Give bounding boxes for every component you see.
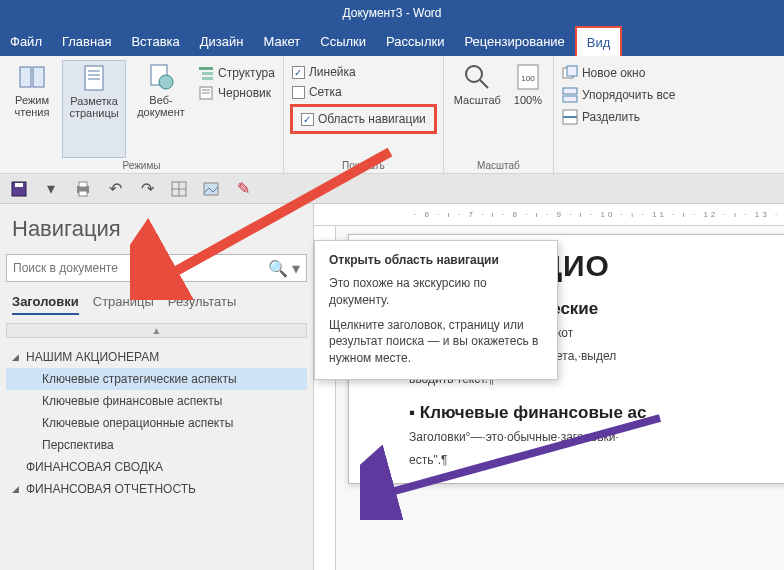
svg-rect-9 [202, 72, 213, 75]
tab-mailings[interactable]: Рассылки [376, 26, 454, 56]
ribbon-group-modes: Режим чтения Разметка страницы Веб-докум… [0, 56, 284, 173]
navpane-tooltip: Открыть область навигации Это похоже на … [314, 240, 558, 380]
print-layout-button[interactable]: Разметка страницы [62, 60, 126, 158]
outline-item-label: Ключевые стратегические аспекты [42, 372, 237, 386]
checkbox-empty-icon [292, 86, 305, 99]
tab-insert[interactable]: Вставка [121, 26, 189, 56]
zoom-button[interactable]: Масштаб [450, 60, 505, 158]
tooltip-p2: Щелкните заголовок, страницу или результ… [329, 317, 543, 367]
ruler-label: Линейка [309, 65, 356, 79]
svg-rect-2 [85, 66, 103, 90]
gridlines-checkbox[interactable]: Сетка [290, 84, 437, 100]
ribbon-group-zoom-label: Масштаб [450, 158, 547, 173]
draft-view-button[interactable]: Черновик [196, 84, 277, 102]
tab-references[interactable]: Ссылки [310, 26, 376, 56]
outline-item-label: Ключевые операционные аспекты [42, 416, 233, 430]
ribbon-group-modes-label: Режимы [6, 158, 277, 173]
tab-layout[interactable]: Макет [253, 26, 310, 56]
arrange-all-button[interactable]: Упорядочить все [560, 86, 778, 104]
web-layout-label: Веб-документ [134, 94, 188, 118]
split-button[interactable]: Разделить [560, 108, 778, 126]
table-icon[interactable] [170, 180, 188, 198]
outline-item[interactable]: Ключевые стратегические аспекты [6, 368, 307, 390]
tab-design[interactable]: Дизайн [190, 26, 254, 56]
tooltip-title: Открыть область навигации [329, 253, 543, 267]
dropdown-icon[interactable]: ▾ [42, 180, 60, 198]
zoom-label: Масштаб [454, 94, 501, 106]
read-mode-button[interactable]: Режим чтения [6, 60, 58, 158]
outline-item[interactable]: Перспектива [6, 434, 307, 456]
image-icon[interactable] [202, 180, 220, 198]
print-icon[interactable] [74, 180, 92, 198]
outline-item[interactable]: ФИНАНСОВАЯ СВОДКА [6, 456, 307, 478]
work-area: Навигация 🔍 ▾ Заголовки Страницы Результ… [0, 204, 784, 570]
outline-view-label: Структура [218, 66, 275, 80]
outline-item-label: НАШИМ АКЦИОНЕРАМ [26, 350, 159, 364]
outline-item[interactable]: Ключевые финансовые аспекты [6, 390, 307, 412]
checkbox-checked-icon: ✓ [292, 66, 305, 79]
book-icon [17, 62, 47, 92]
window-title: Документ3 - Word [342, 6, 441, 20]
draft-view-label: Черновик [218, 86, 271, 100]
print-layout-label: Разметка страницы [67, 95, 121, 119]
ribbon-group-show-label: Показать [290, 158, 437, 173]
format-painter-icon[interactable]: ✎ [234, 180, 252, 198]
gridlines-label: Сетка [309, 85, 342, 99]
nav-tab-pages[interactable]: Страницы [93, 294, 154, 315]
collapse-all-button[interactable]: ▲ [6, 323, 307, 338]
caret-icon: ◢ [12, 352, 22, 362]
web-layout-button[interactable]: Веб-документ [130, 60, 192, 158]
zoom-100-button[interactable]: 100 100% [509, 60, 547, 158]
horizontal-ruler[interactable]: · 6 · ı · 7 · ı · 8 · ı · 9 · ı · 10 · ı… [314, 204, 784, 226]
ruler-checkbox[interactable]: ✓ Линейка [290, 64, 437, 80]
outline-icon [198, 65, 214, 81]
outline-item[interactable]: Ключевые операционные аспекты [6, 412, 307, 434]
outline-item-label: Ключевые финансовые аспекты [42, 394, 222, 408]
navpane-checkbox[interactable]: ✓ Область навигации [299, 111, 428, 127]
search-input[interactable] [13, 261, 268, 275]
ribbon-group-show: ✓ Линейка Сетка ✓ Область навигации Пока… [284, 56, 444, 173]
outline-tree: ◢НАШИМ АКЦИОНЕРАМКлючевые стратегические… [6, 346, 307, 500]
navigation-tabs: Заголовки Страницы Результаты [6, 290, 307, 315]
nav-tab-headings[interactable]: Заголовки [12, 294, 79, 315]
ribbon-group-window-label [560, 169, 778, 173]
svg-rect-8 [199, 67, 213, 70]
outline-item[interactable]: ◢НАШИМ АКЦИОНЕРАМ [6, 346, 307, 368]
redo-icon[interactable]: ↷ [138, 180, 156, 198]
outline-item-label: ФИНАНСОВАЯ СВОДКА [26, 460, 163, 474]
svg-rect-27 [79, 182, 87, 187]
svg-rect-21 [563, 96, 577, 102]
tab-view[interactable]: Вид [575, 26, 623, 56]
doc-para-5: есть".¶ [409, 452, 784, 469]
search-input-container[interactable]: 🔍 ▾ [6, 254, 307, 282]
svg-point-14 [466, 66, 482, 82]
navpane-label: Область навигации [318, 112, 426, 126]
new-window-button[interactable]: Новое окно [560, 64, 778, 82]
search-icon[interactable]: 🔍 ▾ [268, 259, 300, 278]
new-window-label: Новое окно [582, 66, 646, 80]
nav-tab-results[interactable]: Результаты [168, 294, 236, 315]
svg-rect-1 [33, 67, 44, 87]
undo-icon[interactable]: ↶ [106, 180, 124, 198]
outline-view-button[interactable]: Структура [196, 64, 277, 82]
outline-item-label: Перспектива [42, 438, 114, 452]
quick-access-toolbar: ▾ ↶ ↷ ✎ [0, 174, 784, 204]
magnifier-icon [462, 62, 492, 92]
svg-rect-20 [563, 88, 577, 94]
page-100-icon: 100 [513, 62, 543, 92]
doc-para-4: Заголовки°—·это·обычные·заголовки· [409, 429, 784, 446]
tab-review[interactable]: Рецензирование [454, 26, 574, 56]
ribbon-tabs: Файл Главная Вставка Дизайн Макет Ссылки… [0, 26, 784, 56]
highlight-navpane-option: ✓ Область навигации [290, 104, 437, 134]
tab-home[interactable]: Главная [52, 26, 121, 56]
split-label: Разделить [582, 110, 640, 124]
tooltip-p1: Это похоже на экскурсию по документу. [329, 275, 543, 309]
title-bar: Документ3 - Word [0, 0, 784, 26]
outline-item-label: ФИНАНСОВАЯ ОТЧЕТНОСТЬ [26, 482, 196, 496]
save-icon[interactable] [10, 180, 28, 198]
svg-text:100: 100 [521, 74, 535, 83]
read-mode-label: Режим чтения [10, 94, 54, 118]
outline-item[interactable]: ◢ФИНАНСОВАЯ ОТЧЕТНОСТЬ [6, 478, 307, 500]
zoom-100-label: 100% [514, 94, 542, 106]
tab-file[interactable]: Файл [0, 26, 52, 56]
